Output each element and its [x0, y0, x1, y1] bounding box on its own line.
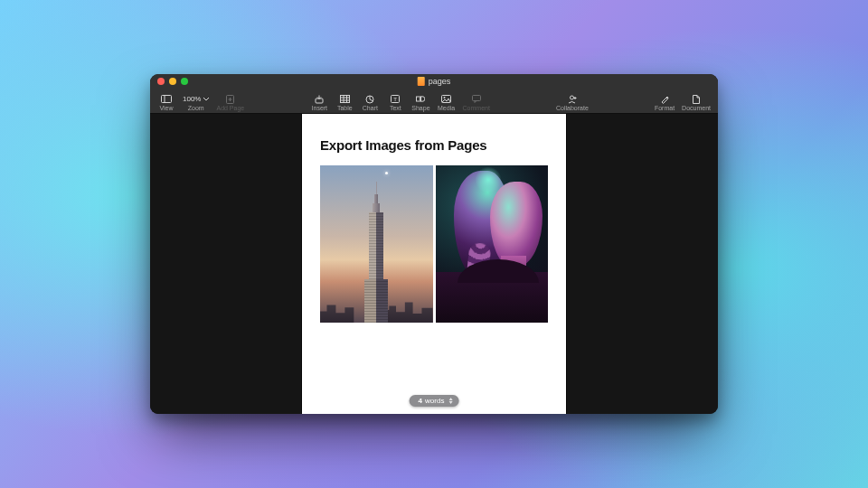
view-label: View	[159, 105, 173, 111]
collaborate-label: Collaborate	[556, 105, 589, 111]
fullscreen-icon[interactable]	[181, 78, 188, 85]
table-button[interactable]: Table	[335, 94, 354, 111]
comment-icon	[472, 94, 481, 104]
window-controls	[157, 78, 188, 85]
svg-rect-0	[162, 96, 172, 103]
window-title: pages	[418, 77, 451, 86]
document-button[interactable]: Document	[682, 94, 711, 111]
svg-rect-19	[472, 96, 480, 101]
sidebar-icon	[161, 94, 172, 104]
document-icon	[693, 94, 700, 104]
text-label: Text	[390, 105, 401, 111]
view-button[interactable]: View	[157, 94, 175, 111]
page[interactable]: Export Images from Pages	[302, 114, 566, 414]
word-count-pill[interactable]: 4 words	[410, 395, 459, 407]
shape-label: Shape	[411, 105, 429, 111]
zoom-value: 100%	[183, 94, 209, 104]
shape-button[interactable]: Shape	[411, 94, 429, 111]
svg-rect-7	[340, 96, 349, 103]
chart-icon	[365, 94, 374, 104]
document-canvas[interactable]: Export Images from Pages 4 words	[150, 114, 718, 414]
collaborate-icon	[567, 94, 577, 104]
window-title-text: pages	[429, 77, 451, 86]
add-page-label: Add Page	[216, 105, 244, 111]
titlebar: pages	[150, 74, 718, 89]
zoom-label: Zoom	[188, 105, 204, 111]
svg-text:T: T	[393, 97, 397, 102]
zoom-button[interactable]: 100% Zoom	[183, 94, 209, 111]
insert-button[interactable]: Insert	[310, 94, 328, 111]
shape-icon	[416, 94, 425, 104]
image-empire-state[interactable]	[320, 165, 433, 323]
media-icon	[441, 94, 451, 104]
add-page-icon	[226, 94, 234, 104]
image-portrait[interactable]	[436, 165, 549, 323]
image-row	[320, 165, 548, 323]
svg-point-18	[444, 97, 446, 99]
add-page-button: Add Page	[216, 94, 244, 111]
insert-icon	[315, 94, 324, 104]
table-icon	[340, 94, 350, 104]
collaborate-button[interactable]: Collaborate	[556, 94, 589, 111]
comment-label: Comment	[463, 105, 490, 111]
word-count-value: 4	[419, 397, 422, 405]
text-icon: T	[391, 94, 400, 104]
insert-label: Insert	[312, 105, 328, 111]
app-window: pages View 100% Zoom Add Pa	[150, 74, 718, 414]
format-button[interactable]: Format	[655, 94, 675, 111]
media-label: Media	[438, 105, 455, 111]
table-label: Table	[337, 105, 353, 111]
document-label: Document	[682, 105, 711, 111]
media-button[interactable]: Media	[438, 94, 456, 111]
format-icon	[660, 94, 669, 104]
chart-label: Chart	[363, 105, 378, 111]
minimize-icon[interactable]	[169, 78, 176, 85]
page-title[interactable]: Export Images from Pages	[320, 137, 548, 153]
chart-button[interactable]: Chart	[361, 94, 379, 111]
text-button[interactable]: T Text	[386, 94, 404, 111]
comment-button: Comment	[463, 94, 490, 111]
format-label: Format	[655, 105, 675, 111]
word-count-unit: words	[425, 397, 444, 405]
stepper-icon[interactable]	[448, 397, 455, 405]
document-file-icon	[418, 77, 425, 86]
close-icon[interactable]	[157, 78, 165, 85]
svg-point-20	[571, 96, 574, 99]
toolbar: View 100% Zoom Add Page Insert	[150, 89, 718, 114]
